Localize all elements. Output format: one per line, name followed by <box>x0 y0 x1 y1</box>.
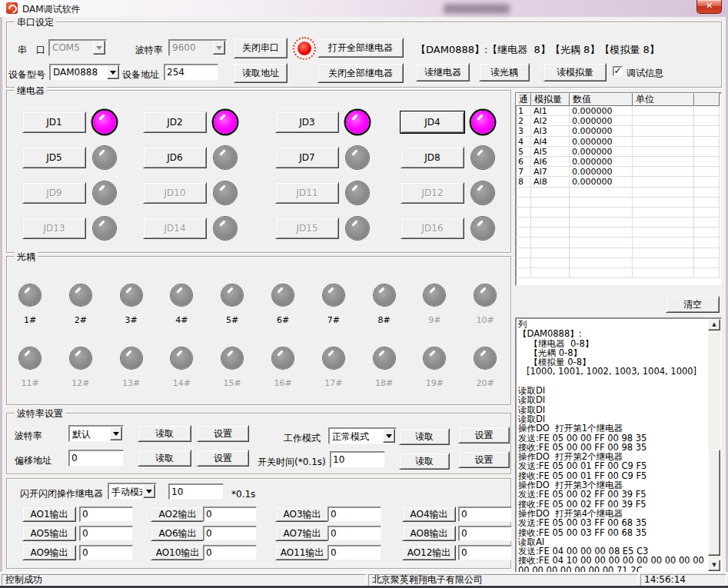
open-all-relays-button[interactable]: 打开全部继电器 <box>317 38 404 58</box>
ao-output-button-8[interactable]: AO8输出 <box>402 526 456 541</box>
table-cell: 8 <box>516 177 531 187</box>
work-mode-select[interactable]: 正常模式 <box>328 427 397 444</box>
column-header: 模拟量 <box>531 93 570 106</box>
serial-port-select: COM5 <box>48 39 107 56</box>
baud-set-button[interactable]: 设置 <box>197 425 249 442</box>
opto-indicator-20 <box>474 347 496 369</box>
read-analog-button[interactable]: 读模拟量 <box>544 63 607 81</box>
close-all-relays-button[interactable]: 关闭全部继电器 <box>317 63 404 83</box>
baud-settings-group: 波特率设置 波特率 默认 读取 设置 工作模式 正常模式 读取 设置 偏移地址 … <box>6 413 511 474</box>
baud-rate-value: 9600 <box>172 42 212 53</box>
baud-setting-select[interactable]: 默认 <box>68 425 124 442</box>
table-row: 8AI80.000000 <box>516 177 721 187</box>
ao-output-field-11[interactable] <box>327 545 381 560</box>
read-address-button[interactable]: 读取地址 <box>234 63 288 83</box>
ao-output-field-12[interactable] <box>458 545 512 560</box>
opto-label-10: 10# <box>468 315 502 325</box>
ao-output-field-8[interactable] <box>458 526 512 541</box>
baud-read-button[interactable]: 读取 <box>138 425 191 442</box>
switch-time-field[interactable] <box>330 451 385 468</box>
ao-output-button-6[interactable]: AO6输出 <box>151 526 204 541</box>
table-cell: AI5 <box>531 147 570 157</box>
close-button[interactable]: ✕ <box>696 0 722 14</box>
table-row <box>516 228 721 238</box>
ao-output-button-9[interactable]: AO9输出 <box>22 545 76 560</box>
offset-read-button[interactable]: 读取 <box>138 450 191 467</box>
relay-button-jd7[interactable]: JD7 <box>275 147 339 168</box>
ao-output-field-10[interactable] <box>203 545 257 560</box>
table-row <box>516 188 721 198</box>
ao-output-button-1[interactable]: AO1输出 <box>22 507 76 522</box>
window-edge-left <box>0 17 2 586</box>
ao-output-field-1[interactable] <box>79 507 133 522</box>
read-relay-button[interactable]: 读继电器 <box>416 63 470 81</box>
table-cell <box>694 188 720 198</box>
window-title: DAM调试软件 <box>22 3 81 16</box>
ao-output-button-10[interactable]: AO10输出 <box>151 545 204 560</box>
opto-label-13: 13# <box>115 378 148 388</box>
opto-indicator-5 <box>221 284 243 306</box>
table-row: 7AI70.000000 <box>516 167 721 177</box>
ao-output-field-7[interactable] <box>327 526 381 541</box>
table-cell <box>516 228 531 238</box>
table-cell <box>694 126 720 136</box>
ao-output-button-3[interactable]: AO3输出 <box>275 507 329 522</box>
relay-indicator-jd12 <box>471 181 494 204</box>
group-title-baud-settings: 波特率设置 <box>15 407 65 420</box>
table-cell <box>694 137 720 147</box>
debug-log-panel[interactable]: 列 【DAM0888】: 【继电器 0-8】 【光耦 0-8】 【模拟量 0-8… <box>515 317 722 573</box>
relay-button-jd6[interactable]: JD6 <box>143 147 207 168</box>
flash-mode-select[interactable]: 手动模式 <box>108 483 157 500</box>
ao-output-button-12[interactable]: AO12输出 <box>402 545 456 560</box>
clear-button[interactable]: 清空 <box>666 296 720 313</box>
scroll-up-icon[interactable]: ▲ <box>708 319 720 331</box>
switch-time-read-button[interactable]: 读取 <box>399 453 450 470</box>
app-icon <box>6 2 18 14</box>
table-cell <box>694 208 720 218</box>
close-serial-button[interactable]: 关闭串口 <box>234 38 288 58</box>
relay-button-jd4[interactable]: JD4 <box>401 111 464 133</box>
table-cell <box>694 218 720 228</box>
work-mode-read-button[interactable]: 读取 <box>399 428 450 445</box>
relay-button-jd2[interactable]: JD2 <box>143 111 207 133</box>
relay-button-jd5[interactable]: JD5 <box>22 147 86 168</box>
ao-output-field-6[interactable] <box>203 526 257 541</box>
flash-time-field[interactable] <box>168 483 224 500</box>
offset-address-label: 偏移地址 <box>15 454 52 467</box>
table-row <box>516 218 721 228</box>
table-cell <box>633 248 694 258</box>
log-scrollbar-thumb[interactable] <box>708 450 720 556</box>
scroll-down-icon[interactable]: ▼ <box>708 560 720 571</box>
ao-output-button-5[interactable]: AO5输出 <box>22 526 76 541</box>
ao-output-button-4[interactable]: AO4输出 <box>402 507 456 522</box>
ao-output-field-4[interactable] <box>458 507 512 522</box>
ao-output-field-9[interactable] <box>79 545 133 560</box>
device-model-select[interactable]: DAM0888 <box>49 64 121 81</box>
analog-table-header: 通模拟量数值单位 <box>516 93 721 106</box>
offset-address-field[interactable] <box>68 450 124 467</box>
ao-output-field-2[interactable] <box>203 507 257 522</box>
table-cell <box>531 188 570 198</box>
relay-button-jd1[interactable]: JD1 <box>22 111 86 133</box>
offset-set-button[interactable]: 设置 <box>197 450 249 467</box>
read-opto-button[interactable]: 读光耦 <box>479 63 530 81</box>
relay-button-jd8[interactable]: JD8 <box>401 147 464 168</box>
ao-output-button-7[interactable]: AO7输出 <box>275 526 329 541</box>
table-cell <box>694 228 720 238</box>
ao-output-field-5[interactable] <box>79 526 133 541</box>
device-address-field[interactable] <box>164 64 218 81</box>
debug-info-checkbox[interactable]: ✓ <box>613 66 623 76</box>
ao-output-field-3[interactable] <box>327 507 381 522</box>
table-cell <box>633 188 694 198</box>
opto-label-14: 14# <box>165 378 198 388</box>
relay-button-jd3[interactable]: JD3 <box>275 111 339 133</box>
table-cell <box>633 228 694 238</box>
opto-label-20: 20# <box>468 378 502 388</box>
ao-output-button-2[interactable]: AO2输出 <box>151 507 204 522</box>
ao-output-button-11[interactable]: AO11输出 <box>275 545 329 560</box>
switch-time-set-button[interactable]: 设置 <box>458 451 510 468</box>
log-scrollbar[interactable]: ▲ ▼ <box>708 319 720 571</box>
column-header: 通 <box>516 93 531 106</box>
table-cell <box>633 198 694 208</box>
work-mode-set-button[interactable]: 设置 <box>458 427 510 443</box>
